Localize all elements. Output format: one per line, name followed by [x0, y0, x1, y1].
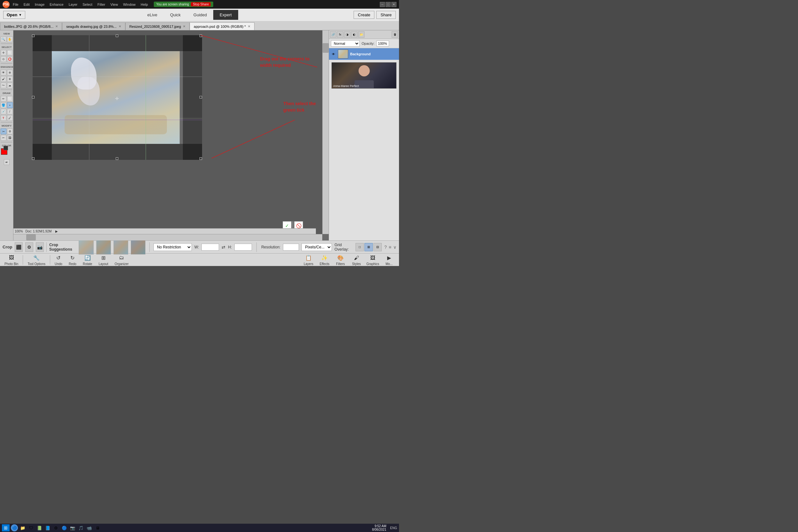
crop-tool[interactable]: ✂: [1, 129, 6, 134]
stop-share-button[interactable]: Stop Share: [191, 2, 211, 6]
paint-tool[interactable]: 🖊: [7, 115, 13, 121]
paint-bucket-tool[interactable]: 🪣: [1, 102, 6, 108]
menu-view[interactable]: View: [108, 2, 120, 7]
tab-quick[interactable]: Quick: [164, 10, 187, 20]
suggestion-thumb-4[interactable]: [131, 240, 146, 254]
hand-tool[interactable]: ✋: [7, 36, 13, 42]
menu-edit[interactable]: Edit: [22, 2, 32, 7]
effects-button[interactable]: ✨ Effects: [317, 253, 332, 266]
organizer-button[interactable]: 🗂 Organizer: [112, 253, 131, 266]
menu-enhance[interactable]: Enhance: [48, 2, 65, 7]
maximize-button[interactable]: □: [385, 2, 391, 7]
crop-handle-tr[interactable]: [200, 35, 202, 37]
opacity-input[interactable]: [376, 41, 389, 46]
create-button[interactable]: Create: [354, 11, 374, 19]
quick-select-tool[interactable]: ⭕: [7, 56, 13, 62]
tab-elive[interactable]: eLive: [141, 10, 164, 20]
help-button[interactable]: ?: [384, 245, 387, 250]
grid-thirds-btn[interactable]: ⊞: [364, 243, 373, 251]
crop-handle-bc[interactable]: [116, 157, 118, 160]
layer-item-background[interactable]: 👁 Background: [329, 48, 399, 60]
suggestion-thumb-2[interactable]: [96, 240, 111, 254]
pixels-unit-select[interactable]: Pixels/Ce... Pixels/Inch: [302, 243, 332, 251]
styles-button[interactable]: 🖌 Styles: [348, 253, 364, 266]
doc-tab-0[interactable]: bottles.JPG @ 20.6% (RGB/8... ✕: [0, 22, 62, 30]
marquee-tool[interactable]: ⬜: [7, 50, 13, 56]
crop-handle-tc[interactable]: [116, 35, 118, 37]
scissors-tool[interactable]: ✂: [1, 135, 6, 141]
crop-photo-btn[interactable]: 📷: [36, 242, 44, 252]
blend-mode-select[interactable]: Normal: [331, 40, 360, 47]
close-tab-0[interactable]: ✕: [55, 25, 58, 28]
restriction-dropdown[interactable]: No Restriction Use Photo Ratio 1:1 (Squa…: [153, 243, 192, 251]
layers-button[interactable]: 📋 Layers: [301, 253, 317, 266]
close-tab-3[interactable]: ✕: [248, 25, 250, 28]
open-dropdown-arrow[interactable]: ▼: [19, 13, 22, 17]
close-tab-1[interactable]: ✕: [119, 25, 121, 28]
doc-tab-1[interactable]: seagulls drawing.jpg @ 23.8%... ✕: [62, 22, 125, 30]
menu-select[interactable]: Select: [80, 2, 94, 7]
minimize-button[interactable]: ─: [380, 2, 385, 7]
suggestion-thumb-3[interactable]: [114, 240, 128, 254]
more-button[interactable]: ▶ Mo...: [381, 253, 397, 266]
layer-folder-btn[interactable]: 📁: [358, 31, 364, 38]
rotate-button[interactable]: 🔄 Rotate: [80, 253, 95, 266]
grid-none-btn[interactable]: □: [356, 243, 364, 251]
layer-visibility-icon[interactable]: 👁: [331, 52, 336, 57]
doc-tab-3[interactable]: approach.psd @ 100% (RGB/8) * ✕: [190, 22, 254, 30]
content-aware-tool[interactable]: 🖼: [7, 135, 13, 141]
layer-link-btn[interactable]: 🔗: [330, 31, 336, 38]
crop-preset-btn[interactable]: ⬛: [15, 242, 23, 252]
undo-button[interactable]: ↺ Undo: [52, 253, 65, 266]
crop-settings-btn[interactable]: ⚙: [25, 242, 33, 252]
healing-tool[interactable]: ⊕: [7, 70, 13, 75]
smudge-tool[interactable]: 〜: [1, 82, 6, 88]
eyedropper-tool[interactable]: 💉: [1, 109, 6, 114]
layer-adjust-btn[interactable]: ◐: [351, 31, 358, 38]
scroll-thumb-h[interactable]: [26, 234, 36, 241]
crop-handle-mr[interactable]: [200, 96, 202, 98]
menu-file[interactable]: File: [11, 2, 20, 7]
layout-button[interactable]: ⊞ Layout: [96, 253, 111, 266]
scroll-thumb-v[interactable]: [323, 43, 329, 53]
list-icon-button[interactable]: ≡: [389, 245, 391, 250]
grid-full-btn[interactable]: ⊟: [374, 243, 382, 251]
width-input[interactable]: [202, 244, 219, 251]
menu-layer[interactable]: Layer: [67, 2, 80, 7]
expand-button[interactable]: ∨: [393, 245, 396, 250]
suggestion-thumb-1[interactable]: [79, 240, 93, 254]
close-button[interactable]: ✕: [391, 2, 396, 7]
recompose-tool[interactable]: ⚙: [7, 129, 13, 134]
crop-handle-ml[interactable]: [32, 96, 35, 98]
lasso-tool[interactable]: ⊙: [1, 56, 6, 62]
zoom-tool[interactable]: 🔍: [1, 36, 6, 42]
background-color[interactable]: [3, 146, 8, 150]
scroll-horizontal[interactable]: [14, 234, 322, 241]
brush-tool[interactable]: 🖌: [1, 76, 6, 82]
tool-options-button[interactable]: 🔧 Tool Options: [25, 253, 48, 266]
eye-tool[interactable]: 👁: [1, 70, 6, 75]
share-button[interactable]: Share: [376, 11, 396, 19]
close-tab-2[interactable]: ✕: [183, 25, 186, 28]
height-input[interactable]: [234, 244, 252, 251]
crop-handle-tl[interactable]: [32, 35, 35, 37]
redo-button[interactable]: ↻ Redo: [66, 253, 79, 266]
gradient-tool[interactable]: ▪: [7, 102, 13, 108]
move-tool[interactable]: ✛: [1, 50, 6, 56]
open-button[interactable]: Open ▼: [3, 11, 25, 19]
resolution-input[interactable]: [283, 244, 299, 251]
menu-filter[interactable]: Filter: [96, 2, 107, 7]
pencil-tool[interactable]: ✏: [1, 96, 6, 102]
tab-expert[interactable]: Expert: [213, 10, 238, 20]
menu-help[interactable]: Help: [139, 2, 150, 7]
crop-handle-br[interactable]: [200, 157, 202, 160]
text-tool[interactable]: T: [1, 115, 6, 121]
layer-style-btn[interactable]: fx: [337, 31, 343, 38]
stamp-tool[interactable]: ⊗: [7, 76, 13, 82]
layer-mask-btn[interactable]: ◑: [344, 31, 350, 38]
eraser-tool[interactable]: ⬜: [7, 96, 13, 102]
layer-delete-btn[interactable]: 🗑: [392, 31, 398, 38]
swap-colors-btn[interactable]: ⇄: [4, 159, 10, 165]
filters-button[interactable]: 🎨 Filters: [332, 253, 348, 266]
line-tool[interactable]: /: [7, 109, 13, 114]
